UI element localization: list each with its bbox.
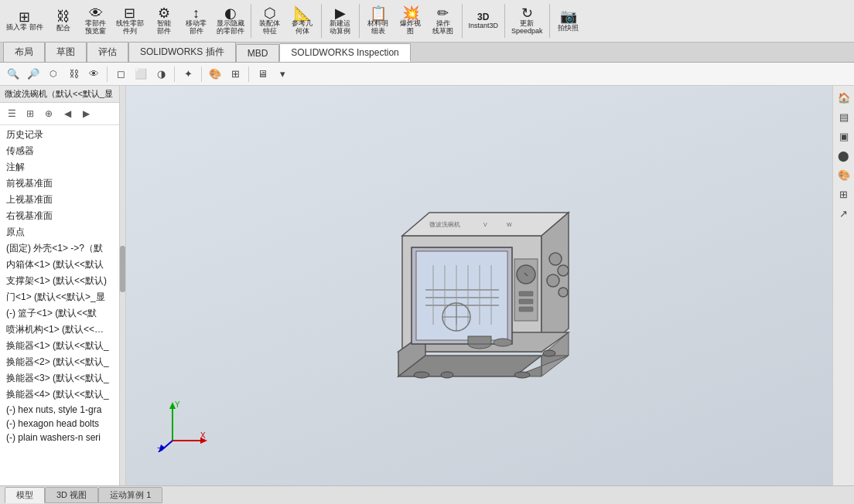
tree-item-converter3[interactable]: 换能器<3> (默认<<默认_ xyxy=(0,370,119,387)
secondary-separator-4 xyxy=(248,66,249,82)
tree-item-origin[interactable]: 原点 xyxy=(0,224,119,240)
left-scrollbar-thumb[interactable] xyxy=(120,246,125,292)
tree-item-support-frame[interactable]: 支撑架<1> (默认<<默认) xyxy=(0,273,119,289)
model-container: 微波洗碗机 V W xyxy=(356,174,603,398)
sec-btn-half-circle[interactable]: ◑ xyxy=(152,66,169,83)
smart-parts-icon: ⚙ xyxy=(158,6,170,20)
sec-btn-chain[interactable]: ⛓ xyxy=(65,66,82,83)
sec-btn-eye[interactable]: 👁 xyxy=(85,66,102,83)
svg-point-42 xyxy=(441,372,453,378)
sec-btn-filter[interactable]: ⬡ xyxy=(45,66,62,83)
screenshot-icon: 📷 xyxy=(560,9,577,23)
tree-item-top-plane[interactable]: 上视基准面 xyxy=(0,192,119,208)
status-bar: 模型 3D 视图 运动算例 1 xyxy=(0,485,854,504)
toolbar-btn-new-motion[interactable]: ▶ 新建运动算例 xyxy=(325,5,356,37)
toolbar-btn-match[interactable]: ⛓ 配合 xyxy=(48,8,79,35)
toolbar-separator-4 xyxy=(462,4,463,38)
tree-item-front-plane[interactable]: 前视基准面 xyxy=(0,175,119,192)
left-icon-next[interactable]: ▶ xyxy=(77,105,94,122)
toolbar-btn-insert-assembly[interactable]: ⊞ 插入零 部件 xyxy=(3,9,46,33)
rmini-btn-layers[interactable]: ▤ xyxy=(835,108,852,125)
toolbar-btn-instant3d[interactable]: 3D Instant3D xyxy=(466,11,502,31)
left-icon-prev[interactable]: ◀ xyxy=(59,105,76,122)
left-icon-tree[interactable]: ⊞ xyxy=(22,105,39,122)
tree-item-sensors[interactable]: 传感器 xyxy=(0,143,119,159)
tree-item-converter1[interactable]: 换能器<1> (默认<<默认_ xyxy=(0,338,119,354)
tree-item-basket[interactable]: (-) 篮子<1> (默认<<默 xyxy=(0,305,119,322)
tab-solidworks-plugins[interactable]: SOLIDWORKS 插件 xyxy=(128,42,236,62)
secondary-separator-3 xyxy=(201,66,202,82)
toolbar-btn-materials[interactable]: 📋 材料明细表 xyxy=(363,5,394,37)
tree-item-hex-nuts[interactable]: (-) hex nuts, style 1-gra xyxy=(0,403,119,417)
tab-sketch[interactable]: 草图 xyxy=(45,42,87,62)
left-icon-bar: ☰ ⊞ ⊕ ◀ ▶ xyxy=(0,103,119,125)
toolbar-btn-preview[interactable]: 👁 零部件预览窗 xyxy=(80,5,111,37)
sec-btn-grid[interactable]: ⊞ xyxy=(227,66,244,83)
toolbar-btn-move-parts[interactable]: ↕ 移动零部件 xyxy=(181,5,212,37)
tab-solidworks-inspection[interactable]: SOLIDWORKS Inspection xyxy=(279,43,410,62)
sec-btn-shapes[interactable]: ◻ xyxy=(112,66,129,83)
move-parts-icon: ↕ xyxy=(193,6,200,20)
tree-item-right-plane[interactable]: 右视基准面 xyxy=(0,208,119,224)
rmini-btn-palette[interactable]: 🎨 xyxy=(835,166,852,183)
sec-btn-star[interactable]: ✦ xyxy=(179,66,196,83)
sec-btn-zoom[interactable]: 🔎 xyxy=(25,66,42,83)
tree-item-plain-washers[interactable]: (-) plain washers-n seri xyxy=(0,431,119,444)
toolbar-btn-linear-parts[interactable]: ⊟ 线性零部件列 xyxy=(113,5,147,37)
linear-parts-icon: ⊟ xyxy=(124,6,135,20)
reference-icon: 📐 xyxy=(294,6,311,20)
feature-tree: 历史记录 传感器 注解 前视基准面 上视基准面 右视基准面 原点 (固定) 外壳… xyxy=(0,125,119,485)
tree-item-converter4[interactable]: 换能器<4> (默认<<默认_ xyxy=(0,387,119,403)
toolbar-btn-explode[interactable]: 💥 爆炸视图 xyxy=(395,5,426,37)
rmini-btn-home[interactable]: 🏠 xyxy=(835,89,852,106)
rmini-btn-circle[interactable]: ⬤ xyxy=(835,147,852,164)
sec-btn-cube[interactable]: ⬜ xyxy=(132,66,149,83)
left-icon-list[interactable]: ☰ xyxy=(3,105,20,122)
status-tab-3d-view[interactable]: 3D 视图 xyxy=(45,487,98,503)
sec-btn-search[interactable]: 🔍 xyxy=(5,66,22,83)
sec-btn-monitor[interactable]: 🖥 xyxy=(254,66,271,83)
toolbar-btn-smart-parts[interactable]: ⚙ 智能部件 xyxy=(149,5,179,37)
status-tab-motion-case[interactable]: 运动算例 1 xyxy=(98,487,162,503)
tab-layout[interactable]: 布局 xyxy=(3,42,45,62)
left-scrollbar[interactable] xyxy=(120,86,126,485)
tab-evaluate[interactable]: 评估 xyxy=(87,42,128,62)
machine-3d-model: 微波洗碗机 V W xyxy=(356,174,603,398)
toolbar-separator-6 xyxy=(549,4,550,38)
tree-item-history[interactable]: 历史记录 xyxy=(0,127,119,143)
svg-rect-10 xyxy=(418,253,506,339)
toolbar-btn-reference[interactable]: 📐 参考几何体 xyxy=(287,5,318,37)
toolbar-btn-operation-sketch[interactable]: ✏ 操作线草图 xyxy=(428,5,459,37)
secondary-separator-2 xyxy=(174,66,175,82)
status-tab-model[interactable]: 模型 xyxy=(5,487,45,503)
tree-item-annotations[interactable]: 注解 xyxy=(0,159,119,175)
sec-btn-more[interactable]: ▾ xyxy=(274,66,291,83)
update-speedpak-label: 更新Speedpak xyxy=(511,20,543,36)
svg-point-32 xyxy=(559,288,568,297)
tree-item-inner-box[interactable]: 内箱体<1> (默认<<默认 xyxy=(0,257,119,273)
show-hide-label: 显示隐藏的零部件 xyxy=(217,20,244,36)
rmini-btn-table[interactable]: ⊞ xyxy=(835,186,852,203)
toolbar-btn-assembly-features[interactable]: ⬡ 装配体特征 xyxy=(254,5,285,37)
left-icon-target[interactable]: ⊕ xyxy=(40,105,57,122)
toolbar-btn-screenshot[interactable]: 📷 拍快照 xyxy=(553,8,584,35)
toolbar-btn-update-speedpak[interactable]: ↻ 更新Speedpak xyxy=(508,5,546,37)
toolbar-btn-show-hide[interactable]: ◐ 显示隐藏的零部件 xyxy=(214,5,248,37)
svg-point-31 xyxy=(547,274,559,287)
svg-text:W: W xyxy=(507,222,512,227)
svg-point-40 xyxy=(514,372,530,378)
explode-icon: 💥 xyxy=(402,6,419,20)
tab-mbd[interactable]: MBD xyxy=(236,44,280,62)
tree-item-hex-bolts[interactable]: (-) hexagon head bolts xyxy=(0,417,119,431)
tree-item-spray[interactable]: 喷淋机构<1> (默认<<默认 xyxy=(0,322,119,338)
tree-item-door[interactable]: 门<1> (默认<<默认>_显 xyxy=(0,289,119,305)
tree-item-converter2[interactable]: 换能器<2> (默认<<默认_ xyxy=(0,354,119,370)
preview-icon: 👁 xyxy=(89,6,103,20)
sec-btn-palette[interactable]: 🎨 xyxy=(207,66,224,83)
rmini-btn-panel[interactable]: ▣ xyxy=(835,128,852,145)
reference-label: 参考几何体 xyxy=(292,20,313,36)
3d-viewport[interactable]: 微波洗碗机 V W Y X xyxy=(126,86,832,485)
svg-rect-28 xyxy=(519,307,533,312)
rmini-btn-arrow-out[interactable]: ↗ xyxy=(835,205,852,222)
tree-item-fixed-shell[interactable]: (固定) 外壳<1> ->?（默 xyxy=(0,240,119,257)
